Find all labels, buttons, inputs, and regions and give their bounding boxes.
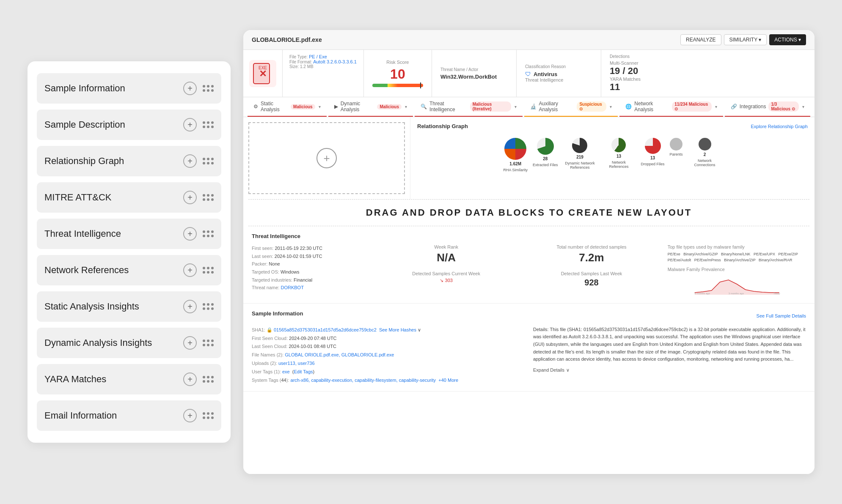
drag-drop-text-section: DRAG AND DROP DATA BLOCKS TO CREATE NEW …: [248, 199, 809, 226]
graph-nodes: 1.62M RHA Similarity 28 Extracted Files …: [417, 134, 808, 176]
sidebar-item-label: YARA Matches: [44, 374, 106, 385]
top-bar: GLOBALORIOLE.pdf.exe REANALYZE SIMILARIT…: [243, 30, 814, 50]
tab-dynamic-analysis[interactable]: ▶ Dynamic Analysis Malicious ▾: [328, 97, 413, 117]
sidebar-item-label: MITRE ATT&CK: [44, 192, 112, 203]
threat-icon-box: ✕ EXE: [243, 50, 283, 97]
risk-score-value: 10: [390, 66, 405, 82]
settings-icon: ⚙: [253, 104, 258, 110]
search-icon: 🔍: [421, 104, 427, 110]
sidebar-item-controls: +: [183, 300, 214, 313]
add-icon[interactable]: +: [183, 409, 197, 422]
dynamic-analysis-badge: Malicious: [377, 104, 402, 110]
add-icon[interactable]: +: [183, 227, 197, 241]
sidebar-item-yara-matches[interactable]: YARA Matches +: [37, 364, 221, 394]
drag-handle-icon[interactable]: [203, 303, 214, 310]
add-icon[interactable]: +: [183, 300, 197, 313]
threat-name-label: Threat Name / Actor: [440, 67, 508, 72]
chevron-icon: ▾: [405, 104, 407, 109]
sidebar-item-mitre-attck[interactable]: MITRE ATT&CK +: [37, 182, 221, 213]
sidebar-item-label: Network References: [44, 265, 129, 276]
sample-info-title: Sample Information: [252, 310, 303, 317]
file-meta: File Type: PE / Exe File Format: AutoIt …: [283, 50, 364, 97]
sample-information-section: Sample Information See Full Sample Detai…: [243, 304, 814, 392]
see-full-link[interactable]: See Full Sample Details: [757, 313, 806, 318]
relationship-graph-panel: Relationship Graph Explore Relationship …: [410, 117, 814, 199]
drag-drop-row: + Relationship Graph Explore Relationshi…: [243, 117, 814, 199]
file-format-value[interactable]: AutoIt 3.2.6.0-3.3.6.1: [313, 59, 357, 64]
threat-header: ✕ EXE File Type: PE / Exe File Format: A…: [243, 50, 814, 97]
similarity-button[interactable]: SIMILARITY ▾: [724, 34, 767, 45]
filename: GLOBALORIOLE.pdf.exe: [252, 36, 322, 43]
sidebar-item-static-analysis-insights[interactable]: Static Analysis Insights +: [37, 291, 221, 322]
drag-zone[interactable]: +: [248, 122, 405, 194]
add-icon[interactable]: +: [183, 263, 197, 277]
sidebar-item-sample-description[interactable]: Sample Description +: [37, 110, 221, 140]
sidebar-item-threat-intelligence[interactable]: Threat Intelligence +: [37, 219, 221, 249]
sidebar-item-controls: +: [183, 336, 214, 350]
sidebar-item-controls: +: [183, 118, 214, 131]
drag-handle-icon[interactable]: [203, 412, 214, 419]
file-names[interactable]: GLOBAL ORIOLE.pdf.exe, GLOBALORIOLE.pdf.…: [285, 352, 394, 357]
drag-handle-icon[interactable]: [203, 121, 214, 128]
tab-integrations[interactable]: 🔗 Integrations 1/3 Malicious ⊙ ▾: [725, 97, 810, 117]
reanalyze-button[interactable]: REANALYZE: [680, 34, 721, 45]
sidebar-item-network-references[interactable]: Network References +: [37, 255, 221, 285]
add-icon[interactable]: +: [183, 82, 197, 95]
sidebar-item-sample-information[interactable]: Sample Information +: [37, 73, 221, 104]
multi-scanner-value: 19 / 20: [610, 66, 660, 77]
classification-type: Antivirus: [534, 71, 557, 77]
chevron-icon: ▾: [715, 104, 717, 109]
drag-handle-icon[interactable]: [203, 230, 214, 237]
integrations-badge: 1/3 Malicious ⊙: [768, 101, 799, 112]
detections-label: Detections: [610, 54, 660, 59]
threat-intelligence-meta: First seen: 2011-05-19 22:30 UTC Last se…: [252, 244, 370, 292]
add-icon[interactable]: +: [183, 336, 197, 350]
add-icon[interactable]: +: [183, 373, 197, 386]
graph-node-extracted: 28 Extracted Files: [533, 138, 558, 172]
sha1-link[interactable]: 01565a852d3753031a1d157d5a2d6dcee759cbc2: [274, 327, 377, 332]
add-icon[interactable]: +: [183, 118, 197, 131]
uploads[interactable]: user113, user736: [278, 361, 315, 366]
file-type-value[interactable]: PE / Exe: [309, 54, 327, 59]
tab-auxiliary-analysis[interactable]: 🔬 Auxiliary Analysis Suspicious ⊙ ▾: [524, 97, 618, 117]
drag-handle-icon[interactable]: [203, 376, 214, 383]
sidebar-item-controls: +: [183, 373, 214, 386]
drag-handle-icon[interactable]: [203, 267, 214, 274]
system-tags: arch-x86, capability-execution, capabili…: [291, 378, 459, 383]
add-icon[interactable]: +: [183, 191, 197, 204]
classification-sub: Threat Intelligence: [525, 77, 592, 82]
explore-relationship-link[interactable]: Explore Relationship Graph: [751, 124, 808, 129]
tab-threat-intelligence[interactable]: 🔍 Threat Intelligence Malicious (Iterati…: [415, 97, 523, 117]
rha-count: 1.62M: [509, 162, 521, 166]
tab-static-analysis[interactable]: ⚙ Static Analysis Malicious ▾: [248, 97, 327, 117]
graph-node-net-ref: 13 Network References: [602, 138, 636, 172]
prevalence-chart-svg: 6 months ago 3 months ago Today: [668, 274, 806, 295]
threat-intelligence-title: Threat Intelligence: [252, 233, 806, 239]
chevron-down-icon: ∨: [566, 367, 570, 374]
edit-tags-link[interactable]: Edit Tags: [294, 369, 313, 374]
actions-button[interactable]: ACTIONS ▾: [769, 34, 806, 45]
threat-name-link[interactable]: DORKBOT: [281, 285, 303, 290]
sidebar-item-email-information[interactable]: Email Information +: [37, 400, 221, 431]
add-icon[interactable]: +: [183, 154, 197, 168]
drag-handle-icon[interactable]: [203, 340, 214, 346]
see-more-hashes[interactable]: See More Hashes: [379, 327, 416, 332]
microscope-icon: 🔬: [530, 104, 537, 110]
drag-handle-icon[interactable]: [203, 194, 214, 201]
svg-text:Today: Today: [773, 292, 780, 295]
expand-details-button[interactable]: Expand Details ∨: [533, 367, 806, 374]
sidebar-item-dynamic-analysis-insights[interactable]: Dynamic Analysis Insights +: [37, 328, 221, 358]
drag-handle-icon[interactable]: [203, 85, 214, 92]
graph-node-dropped: 13 Dropped Files: [641, 138, 664, 172]
more-tags-link[interactable]: +40 More: [438, 378, 458, 383]
drag-handle-icon[interactable]: [203, 158, 214, 164]
sidebar-item-relationship-graph[interactable]: Relationship Graph +: [37, 146, 221, 176]
sidebar-item-controls: +: [183, 263, 214, 277]
tab-network-analysis[interactable]: 🌐 Network Analysis 11/234 Malicious ⊙ ▾: [619, 97, 723, 117]
drag-drop-heading: DRAG AND DROP DATA BLOCKS TO CREATE NEW …: [257, 207, 801, 218]
drag-plus-button[interactable]: +: [316, 148, 337, 168]
detected-current-label: Detected Samples Current Week: [377, 271, 515, 276]
sidebar-item-label: Sample Description: [44, 119, 125, 130]
total-samples-label: Total number of detected samples: [522, 244, 660, 249]
threat-intelligence-section: Threat Intelligence First seen: 2011-05-…: [243, 226, 814, 304]
